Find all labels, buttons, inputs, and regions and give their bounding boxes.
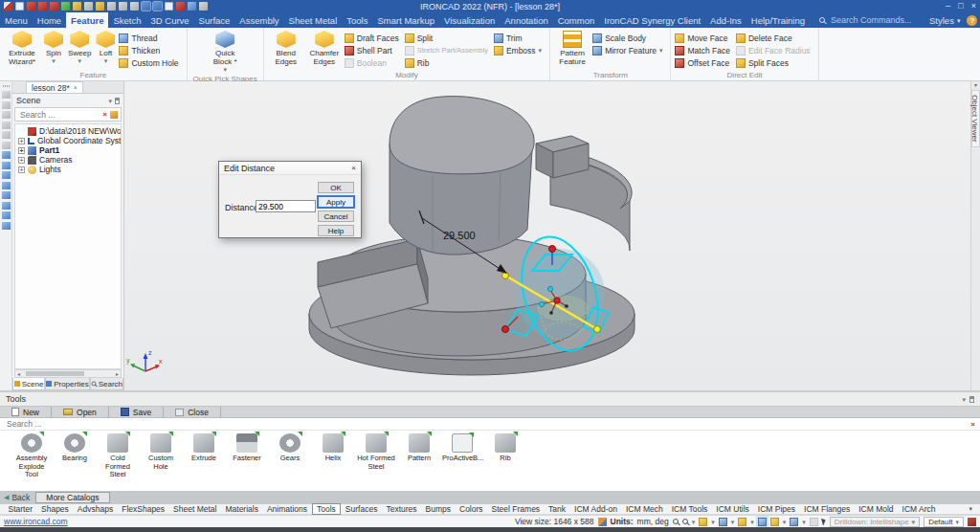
zoom-icon[interactable] [673, 519, 679, 524]
units-value[interactable]: mm, deg [637, 517, 669, 526]
expand-icon[interactable]: + [18, 147, 25, 154]
panel-grip[interactable] [3, 85, 10, 87]
catalog-tab[interactable]: Sheet Metal [169, 504, 221, 515]
menu-tab[interactable]: IronCAD Synergy Client [599, 12, 705, 28]
emboss-button[interactable]: Emboss▾ [494, 44, 546, 56]
camera-view-icon[interactable] [699, 518, 707, 526]
catalog-item[interactable]: Pattern [399, 433, 439, 463]
dimension-label[interactable]: 29.500 [443, 230, 476, 241]
new-scene-icon[interactable] [15, 2, 24, 11]
blend-edges-button[interactable]: Blend Edges [268, 30, 304, 67]
report-icon[interactable] [165, 2, 173, 11]
thread-button[interactable]: Thread [119, 32, 182, 44]
more-catalogs-button[interactable]: More Catalogs [35, 492, 109, 503]
select-cursor-icon[interactable] [821, 518, 827, 526]
restore-icon[interactable]: □ [958, 0, 963, 12]
sweep-button[interactable]: Sweep▾ [67, 30, 92, 65]
menu-tab[interactable]: Tools [342, 12, 372, 28]
cancel-button[interactable]: Cancel [318, 211, 354, 222]
redo-icon[interactable] [130, 2, 139, 11]
shell-part-button[interactable]: Shell Part [345, 44, 403, 56]
close-icon[interactable]: × [971, 0, 976, 12]
spin-button[interactable]: Spin▾ [42, 30, 65, 65]
menu-tab[interactable]: Sketch [108, 12, 145, 28]
chevron-down-icon[interactable]: ▾ [692, 519, 696, 525]
cube-shape-icon[interactable] [2, 191, 11, 199]
catalog-item[interactable]: Assembly Explode Tool [11, 433, 52, 479]
catalog-tab[interactable]: ICM Add-on [570, 504, 622, 515]
menu-tab[interactable]: Home [33, 12, 66, 28]
catalog-tab[interactable]: Materials [221, 504, 262, 515]
cube-shape-icon[interactable] [2, 142, 11, 149]
delete-face-button[interactable]: Delete Face [736, 32, 814, 44]
catalog-item[interactable]: Fastener [227, 433, 267, 463]
catalog-tab[interactable]: FlexShapes [118, 504, 169, 515]
distance-input[interactable] [256, 200, 316, 212]
move-mode-icon[interactable] [738, 518, 746, 526]
menu-tab[interactable]: Assembly [234, 12, 283, 28]
search-commands-input[interactable] [829, 14, 929, 26]
material-icon[interactable] [968, 518, 976, 526]
catalog-tab[interactable]: Textures [382, 504, 421, 515]
catalog-tab[interactable]: Surfaces [341, 504, 382, 515]
highlight-search-icon[interactable] [110, 111, 118, 119]
print-preview-icon[interactable] [96, 2, 104, 11]
styles-dropdown[interactable]: Styles▾ [929, 15, 960, 26]
catalog-item[interactable]: Helix [313, 433, 353, 463]
minimize-icon[interactable]: – [946, 0, 950, 12]
expand-icon[interactable]: + [18, 166, 25, 173]
catalog-search[interactable]: × [0, 418, 980, 431]
snapshot-icon[interactable] [153, 2, 162, 11]
iso-view-icon[interactable] [790, 518, 798, 526]
mirror-feature-button[interactable]: Mirror Feature▾ [592, 44, 666, 56]
cube-shape-icon[interactable] [2, 122, 11, 129]
catalog-tab[interactable]: Shapes [37, 504, 74, 515]
catalog-close-button[interactable]: Close [164, 407, 221, 418]
cube-shape-icon[interactable] [2, 202, 11, 210]
menu-tab[interactable]: Surface [194, 12, 235, 28]
cube-shape-icon[interactable] [2, 91, 11, 99]
scene-search[interactable]: × [14, 107, 122, 122]
quick-block-button[interactable]: Quick Block *▾ [207, 30, 243, 74]
menu-tab[interactable]: Menu [0, 12, 33, 28]
loft-button[interactable]: Loft▾ [94, 30, 117, 65]
ironcad-link[interactable]: www.ironcad.com [4, 517, 68, 526]
edit-face-radius-button[interactable]: Edit Face Radius [736, 44, 814, 56]
cube-shape-icon[interactable] [2, 101, 11, 109]
perspective-icon[interactable] [770, 518, 779, 526]
expand-icon[interactable]: + [18, 157, 25, 164]
render-mode-icon[interactable] [719, 518, 727, 526]
menu-tab[interactable]: Add-Ins [705, 12, 746, 28]
catalog-search-input[interactable] [5, 418, 967, 430]
catalog-item[interactable]: Rib [485, 433, 525, 463]
cube-shape-icon[interactable] [2, 211, 11, 219]
menu-tab[interactable]: 3D Curve [145, 12, 193, 28]
cube-shape-icon[interactable] [2, 162, 11, 169]
split-faces-button[interactable]: Split Faces [736, 56, 814, 69]
pin-icon[interactable] [115, 98, 120, 104]
catalog-new-button[interactable]: New [0, 407, 52, 418]
tree-item[interactable]: + D:\data\2018 NEW\Word\TECH-NE [15, 126, 121, 136]
catalog-tab[interactable]: Tools [312, 503, 342, 515]
tab-search[interactable]: Search [90, 378, 123, 390]
stretch-part-assembly-button[interactable]: Stretch Part/Assembly [405, 44, 492, 56]
catalog-save-button[interactable]: Save [109, 407, 164, 418]
split-button[interactable]: Split [405, 32, 492, 44]
undo-view-icon[interactable] [810, 518, 818, 526]
catalog-tab[interactable]: Tank [545, 504, 570, 515]
drilldown-dropdown[interactable]: Drilldown: Intellishape▾ [830, 517, 920, 527]
link-icon[interactable] [107, 2, 116, 11]
offset-face-button[interactable]: Offset Face [675, 56, 733, 69]
catalog-item[interactable]: Bearing [55, 433, 95, 463]
catalog-item[interactable]: Gears [270, 433, 310, 463]
menu-tab[interactable]: Sheet Metal [284, 12, 343, 28]
command-search[interactable] [819, 12, 929, 28]
clear-search-icon[interactable]: × [970, 420, 975, 429]
qat-more-icon[interactable] [199, 2, 208, 11]
catalog-tab[interactable]: ICM Utils [712, 504, 753, 515]
menu-tab[interactable]: Smart Markup [372, 12, 439, 28]
tab-close-icon[interactable]: × [74, 84, 78, 91]
catalog-tab[interactable]: ICM Pipes [753, 504, 799, 515]
menu-tab[interactable]: Feature [66, 12, 108, 28]
back-button[interactable]: ◀ Back [4, 493, 30, 502]
